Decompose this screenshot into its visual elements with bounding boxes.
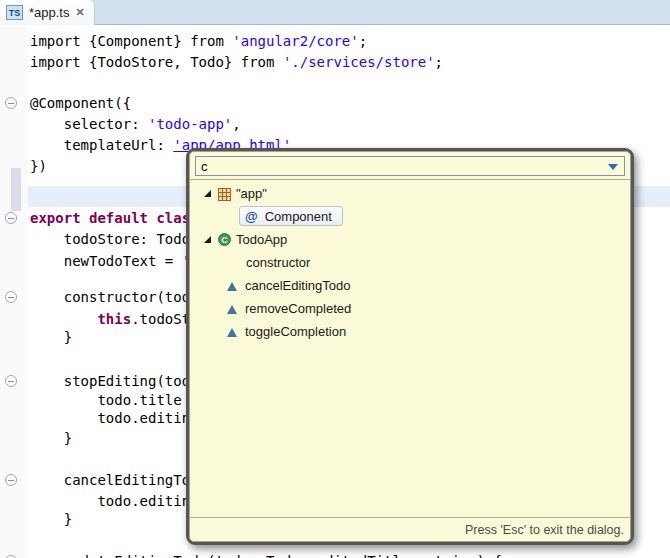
outline-tree-item-canceleditingtodo[interactable]: cancelEditingTodo	[190, 274, 630, 297]
outline-tree-item-app[interactable]: "app"	[190, 182, 630, 205]
editor-tab-bar: TS *app.ts ✕	[0, 0, 670, 25]
selected-item-highlight[interactable]: @Component	[239, 206, 343, 226]
outline-tree: "app"@ComponentCTodoAppconstructorcancel…	[190, 180, 630, 517]
code-segment	[30, 311, 97, 327]
quick-outline-dialog: "app"@ComponentCTodoAppconstructorcancel…	[186, 148, 634, 545]
tab-title: *app.ts	[29, 5, 69, 20]
code-line[interactable]: import {Component} from 'angular2/core';	[30, 32, 367, 53]
code-segment: updateEditingTodo(todo: Todo, editedTitl…	[30, 553, 502, 558]
outline-tree-item-component[interactable]: @Component	[190, 205, 630, 228]
fold-collapse-icon[interactable]	[5, 375, 17, 387]
code-segment: export default class	[30, 210, 199, 226]
code-line[interactable]: }	[30, 510, 72, 531]
tree-item-label: "app"	[236, 186, 267, 201]
tree-item-label: constructor	[246, 255, 310, 270]
outline-tree-item-todoapp[interactable]: CTodoApp	[190, 228, 630, 251]
code-segment: @Component({	[30, 95, 131, 111]
dialog-status-text: Press 'Esc' to exit the dialog.	[465, 523, 624, 537]
outline-filter-input[interactable]	[196, 157, 624, 175]
annotation-at-icon: @	[245, 209, 258, 224]
outline-tree-item-togglecompletion[interactable]: toggleCompletion	[190, 320, 630, 343]
fold-collapse-icon[interactable]	[5, 474, 17, 486]
code-segment: }	[30, 430, 72, 446]
tree-item-label: removeCompleted	[245, 301, 351, 316]
outline-filter-box	[195, 156, 625, 176]
outline-tree-item-removecompleted[interactable]: removeCompleted	[190, 297, 630, 320]
code-line[interactable]: updateEditingTodo(todo: Todo, editedTitl…	[30, 552, 502, 558]
code-segment: 'todo-app'	[148, 116, 232, 132]
code-line[interactable]: }	[30, 328, 72, 349]
code-segment: ;	[359, 33, 367, 49]
expand-arrow-icon[interactable]	[204, 236, 211, 243]
code-segment: ;	[435, 54, 443, 70]
code-line[interactable]: }	[30, 429, 72, 450]
method-icon	[227, 305, 237, 314]
code-line[interactable]: selector: 'todo-app',	[30, 115, 241, 136]
method-icon	[227, 282, 237, 291]
code-line[interactable]: newTodoText = '';	[30, 252, 207, 273]
tree-item-label: TodoApp	[236, 232, 287, 247]
code-segment: selector:	[30, 116, 148, 132]
code-segment: newTodoText =	[30, 253, 182, 269]
code-segment: import {Component} from	[30, 33, 232, 49]
tree-item-label: cancelEditingTodo	[245, 278, 351, 293]
code-segment: import {TodoStore, Todo} from	[30, 54, 283, 70]
module-grid-icon	[218, 187, 231, 200]
quick-diff-change-bar	[11, 168, 21, 211]
code-segment: }	[30, 329, 72, 345]
code-segment: './services/store'	[283, 54, 435, 70]
outline-tree-item-constructor[interactable]: constructor	[190, 251, 630, 274]
typescript-file-icon: TS	[6, 5, 23, 20]
code-segment: ,	[232, 116, 240, 132]
dropdown-arrow-icon[interactable]	[608, 164, 618, 170]
code-segment: })	[30, 158, 47, 174]
tab-app-ts[interactable]: TS *app.ts ✕	[0, 0, 95, 25]
expand-arrow-icon[interactable]	[204, 190, 211, 197]
code-segment: 'angular2/core'	[232, 33, 358, 49]
code-line[interactable]: import {TodoStore, Todo} from './service…	[30, 53, 443, 74]
dialog-status-bar: Press 'Esc' to exit the dialog.	[190, 517, 630, 541]
fold-collapse-icon[interactable]	[5, 291, 17, 303]
quick-outline-content: "app"@ComponentCTodoAppconstructorcancel…	[189, 151, 631, 542]
tree-item-label: Component	[265, 209, 332, 224]
tab-close-icon[interactable]: ✕	[75, 7, 84, 18]
code-segment: this	[97, 311, 131, 327]
tree-item-label: toggleCompletion	[245, 324, 346, 339]
code-segment: templateUrl:	[30, 137, 173, 153]
code-line[interactable]: })	[30, 157, 47, 178]
class-icon: C	[218, 233, 231, 246]
method-icon	[227, 328, 237, 337]
code-line[interactable]: @Component({	[30, 94, 131, 115]
code-segment: }	[30, 511, 72, 527]
